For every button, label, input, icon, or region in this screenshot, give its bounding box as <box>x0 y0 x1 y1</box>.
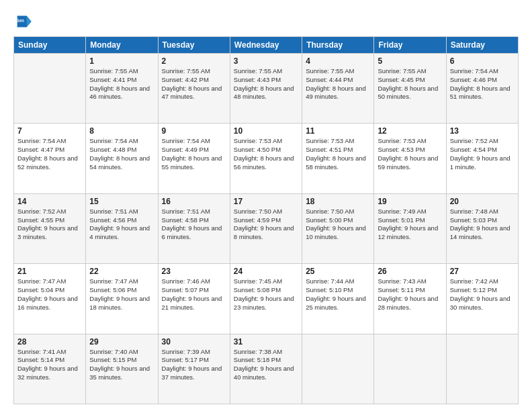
day-info: Sunrise: 7:47 AM Sunset: 5:04 PM Dayligh… <box>17 277 82 312</box>
day-info: Sunrise: 7:55 AM Sunset: 4:41 PM Dayligh… <box>89 67 154 101</box>
day-number: 20 <box>450 197 515 206</box>
day-number: 10 <box>234 126 298 136</box>
day-number: 30 <box>162 337 226 347</box>
calendar-cell: 14Sunrise: 7:52 AM Sunset: 4:55 PM Dayli… <box>14 193 86 263</box>
week-row-0: 1Sunrise: 7:55 AM Sunset: 4:41 PM Daylig… <box>14 54 519 124</box>
week-row-4: 28Sunrise: 7:41 AM Sunset: 5:14 PM Dayli… <box>14 334 519 404</box>
day-number: 15 <box>89 197 154 206</box>
calendar-cell: 12Sunrise: 7:53 AM Sunset: 4:53 PM Dayli… <box>374 124 446 193</box>
header: Gen <box>13 12 519 31</box>
day-number: 18 <box>306 197 370 206</box>
calendar-cell: 7Sunrise: 7:54 AM Sunset: 4:47 PM Daylig… <box>14 124 86 193</box>
day-number: 22 <box>89 267 154 276</box>
day-number: 28 <box>17 337 82 347</box>
weekday-header-sunday: Sunday <box>14 37 86 54</box>
day-info: Sunrise: 7:46 AM Sunset: 5:07 PM Dayligh… <box>162 277 226 312</box>
calendar-cell: 23Sunrise: 7:46 AM Sunset: 5:07 PM Dayli… <box>158 264 230 334</box>
calendar-cell <box>374 334 446 404</box>
calendar-cell: 19Sunrise: 7:49 AM Sunset: 5:01 PM Dayli… <box>374 193 446 263</box>
day-number: 26 <box>378 267 442 276</box>
weekday-header-thursday: Thursday <box>302 37 374 54</box>
day-info: Sunrise: 7:45 AM Sunset: 5:08 PM Dayligh… <box>234 277 298 312</box>
calendar-cell: 20Sunrise: 7:48 AM Sunset: 5:03 PM Dayli… <box>446 193 518 263</box>
week-row-1: 7Sunrise: 7:54 AM Sunset: 4:47 PM Daylig… <box>14 124 519 193</box>
day-number: 7 <box>17 126 82 136</box>
calendar-cell: 3Sunrise: 7:55 AM Sunset: 4:43 PM Daylig… <box>230 54 302 124</box>
day-number: 17 <box>234 197 298 206</box>
day-info: Sunrise: 7:51 AM Sunset: 4:56 PM Dayligh… <box>89 208 154 242</box>
calendar-cell: 26Sunrise: 7:43 AM Sunset: 5:11 PM Dayli… <box>374 264 446 334</box>
day-info: Sunrise: 7:38 AM Sunset: 5:18 PM Dayligh… <box>234 348 298 382</box>
day-info: Sunrise: 7:39 AM Sunset: 5:17 PM Dayligh… <box>162 348 226 382</box>
day-info: Sunrise: 7:54 AM Sunset: 4:48 PM Dayligh… <box>89 137 154 171</box>
day-number: 27 <box>450 267 515 276</box>
calendar-cell <box>446 334 518 404</box>
day-number: 19 <box>378 197 442 206</box>
calendar-cell: 31Sunrise: 7:38 AM Sunset: 5:18 PM Dayli… <box>230 334 302 404</box>
day-number: 6 <box>450 56 515 66</box>
calendar-cell: 4Sunrise: 7:55 AM Sunset: 4:44 PM Daylig… <box>302 54 374 124</box>
calendar-cell: 15Sunrise: 7:51 AM Sunset: 4:56 PM Dayli… <box>86 193 158 263</box>
day-info: Sunrise: 7:53 AM Sunset: 4:51 PM Dayligh… <box>306 137 370 171</box>
weekday-header-saturday: Saturday <box>446 37 518 54</box>
calendar-cell: 9Sunrise: 7:54 AM Sunset: 4:49 PM Daylig… <box>158 124 230 193</box>
logo-icon: Gen <box>13 12 32 31</box>
page: Gen SundayMondayTuesdayWednesdayThursday… <box>0 0 532 411</box>
calendar-cell: 11Sunrise: 7:53 AM Sunset: 4:51 PM Dayli… <box>302 124 374 193</box>
svg-text:Gen: Gen <box>16 18 24 23</box>
weekday-header-friday: Friday <box>374 37 446 54</box>
day-info: Sunrise: 7:52 AM Sunset: 4:54 PM Dayligh… <box>450 137 515 171</box>
calendar-cell: 27Sunrise: 7:42 AM Sunset: 5:12 PM Dayli… <box>446 264 518 334</box>
calendar-cell <box>14 54 86 124</box>
day-number: 2 <box>162 56 226 66</box>
calendar-table: SundayMondayTuesdayWednesdayThursdayFrid… <box>13 36 519 404</box>
calendar-cell: 13Sunrise: 7:52 AM Sunset: 4:54 PM Dayli… <box>446 124 518 193</box>
day-info: Sunrise: 7:40 AM Sunset: 5:15 PM Dayligh… <box>89 348 154 382</box>
day-number: 23 <box>162 267 226 276</box>
calendar-cell: 29Sunrise: 7:40 AM Sunset: 5:15 PM Dayli… <box>86 334 158 404</box>
calendar-cell: 21Sunrise: 7:47 AM Sunset: 5:04 PM Dayli… <box>14 264 86 334</box>
day-number: 21 <box>17 267 82 276</box>
day-number: 11 <box>306 126 370 136</box>
calendar-cell: 5Sunrise: 7:55 AM Sunset: 4:45 PM Daylig… <box>374 54 446 124</box>
day-info: Sunrise: 7:53 AM Sunset: 4:50 PM Dayligh… <box>234 137 298 171</box>
calendar-cell: 1Sunrise: 7:55 AM Sunset: 4:41 PM Daylig… <box>86 54 158 124</box>
day-number: 31 <box>234 337 298 347</box>
calendar-cell: 17Sunrise: 7:50 AM Sunset: 4:59 PM Dayli… <box>230 193 302 263</box>
day-info: Sunrise: 7:52 AM Sunset: 4:55 PM Dayligh… <box>17 208 82 242</box>
day-info: Sunrise: 7:54 AM Sunset: 4:49 PM Dayligh… <box>162 137 226 171</box>
calendar-cell: 6Sunrise: 7:54 AM Sunset: 4:46 PM Daylig… <box>446 54 518 124</box>
weekday-header-tuesday: Tuesday <box>158 37 230 54</box>
day-info: Sunrise: 7:53 AM Sunset: 4:53 PM Dayligh… <box>378 137 442 171</box>
day-info: Sunrise: 7:54 AM Sunset: 4:47 PM Dayligh… <box>17 137 82 171</box>
day-info: Sunrise: 7:55 AM Sunset: 4:43 PM Dayligh… <box>234 67 298 101</box>
day-number: 14 <box>17 197 82 206</box>
day-number: 29 <box>89 337 154 347</box>
calendar-cell: 18Sunrise: 7:50 AM Sunset: 5:00 PM Dayli… <box>302 193 374 263</box>
day-info: Sunrise: 7:42 AM Sunset: 5:12 PM Dayligh… <box>450 277 515 312</box>
day-info: Sunrise: 7:48 AM Sunset: 5:03 PM Dayligh… <box>450 208 515 242</box>
day-number: 25 <box>306 267 370 276</box>
day-info: Sunrise: 7:50 AM Sunset: 4:59 PM Dayligh… <box>234 208 298 242</box>
day-info: Sunrise: 7:43 AM Sunset: 5:11 PM Dayligh… <box>378 277 442 312</box>
calendar-cell: 30Sunrise: 7:39 AM Sunset: 5:17 PM Dayli… <box>158 334 230 404</box>
calendar-cell <box>302 334 374 404</box>
day-info: Sunrise: 7:47 AM Sunset: 5:06 PM Dayligh… <box>89 277 154 312</box>
day-info: Sunrise: 7:55 AM Sunset: 4:45 PM Dayligh… <box>378 67 442 101</box>
day-number: 9 <box>162 126 226 136</box>
day-number: 13 <box>450 126 515 136</box>
day-number: 8 <box>89 126 154 136</box>
day-info: Sunrise: 7:55 AM Sunset: 4:42 PM Dayligh… <box>162 67 226 101</box>
week-row-2: 14Sunrise: 7:52 AM Sunset: 4:55 PM Dayli… <box>14 193 519 263</box>
day-info: Sunrise: 7:55 AM Sunset: 4:44 PM Dayligh… <box>306 67 370 101</box>
calendar-cell: 16Sunrise: 7:51 AM Sunset: 4:58 PM Dayli… <box>158 193 230 263</box>
day-info: Sunrise: 7:41 AM Sunset: 5:14 PM Dayligh… <box>17 348 82 382</box>
calendar-cell: 25Sunrise: 7:44 AM Sunset: 5:10 PM Dayli… <box>302 264 374 334</box>
day-info: Sunrise: 7:51 AM Sunset: 4:58 PM Dayligh… <box>162 208 226 242</box>
week-row-3: 21Sunrise: 7:47 AM Sunset: 5:04 PM Dayli… <box>14 264 519 334</box>
logo: Gen <box>13 12 35 31</box>
day-number: 24 <box>234 267 298 276</box>
calendar-cell: 28Sunrise: 7:41 AM Sunset: 5:14 PM Dayli… <box>14 334 86 404</box>
calendar-cell: 22Sunrise: 7:47 AM Sunset: 5:06 PM Dayli… <box>86 264 158 334</box>
calendar-cell: 24Sunrise: 7:45 AM Sunset: 5:08 PM Dayli… <box>230 264 302 334</box>
